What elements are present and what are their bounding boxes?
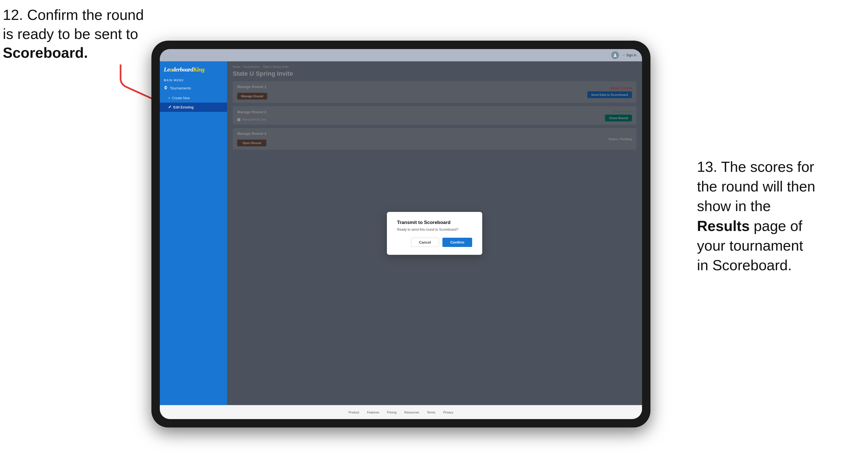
dialog-cancel-button[interactable]: Cancel: [411, 238, 439, 247]
annotation-top-left: 12. Confirm the round is ready to be sen…: [3, 6, 160, 63]
sidebar: LeaderboardKing MAIN MENU Tournaments + …: [160, 61, 227, 405]
app-layout: LeaderboardKing MAIN MENU Tournaments + …: [160, 61, 642, 405]
user-avatar-icon: [611, 51, 619, 59]
trophy-icon: [164, 86, 168, 91]
signin-link[interactable]: → Sign in: [622, 53, 637, 57]
annotation-line2: is ready to be sent to: [3, 26, 138, 42]
plus-icon: +: [168, 96, 170, 100]
sidebar-menu-label: MAIN MENU: [160, 76, 227, 83]
footer-link-resources[interactable]: Resources: [404, 411, 419, 414]
footer-link-product[interactable]: Product: [348, 411, 359, 414]
logo-text: LeaderboardKing: [164, 66, 205, 73]
tournaments-label: Tournaments: [170, 86, 191, 90]
svg-point-1: [614, 54, 616, 55]
sidebar-item-tournaments[interactable]: Tournaments: [160, 83, 227, 93]
edit-icon: [168, 105, 172, 109]
footer-link-terms[interactable]: Terms: [427, 411, 435, 414]
main-content: Home › Tournaments › State U Spring Invi…: [227, 61, 642, 405]
dialog-title: Transmit to Scoreboard: [397, 220, 472, 225]
tablet-frame: → Sign in LeaderboardKing MAIN MENU Tour…: [151, 41, 650, 428]
dialog-confirm-button[interactable]: Confirm: [442, 238, 472, 247]
topbar: → Sign in: [160, 49, 642, 61]
dialog-subtitle: Ready to send this round to Scoreboard?: [397, 228, 472, 231]
dialog-overlay: Transmit to Scoreboard Ready to send thi…: [227, 61, 642, 405]
create-new-label: Create New: [172, 96, 190, 100]
annotation-right: 13. The scores forthe round will thensho…: [697, 157, 860, 275]
transmit-dialog: Transmit to Scoreboard Ready to send thi…: [387, 212, 482, 255]
footer-link-features[interactable]: Features: [367, 411, 379, 414]
annotation-r1: 13. The scores forthe round will thensho…: [697, 159, 815, 273]
footer: Product Features Pricing Resources Terms…: [160, 405, 642, 419]
footer-link-privacy[interactable]: Privacy: [443, 411, 453, 414]
dialog-actions: Cancel Confirm: [397, 238, 472, 247]
footer-link-pricing[interactable]: Pricing: [387, 411, 397, 414]
annotation-line3: Scoreboard.: [3, 44, 88, 61]
sidebar-logo: LeaderboardKing: [160, 61, 227, 76]
annotation-line1: 12. Confirm the round: [3, 7, 144, 23]
sidebar-sub-edit-existing[interactable]: Edit Existing: [160, 102, 227, 112]
sidebar-sub-create-new[interactable]: + Create New: [160, 93, 227, 102]
tablet-screen: → Sign in LeaderboardKing MAIN MENU Tour…: [160, 49, 642, 419]
edit-existing-label: Edit Existing: [173, 105, 194, 109]
